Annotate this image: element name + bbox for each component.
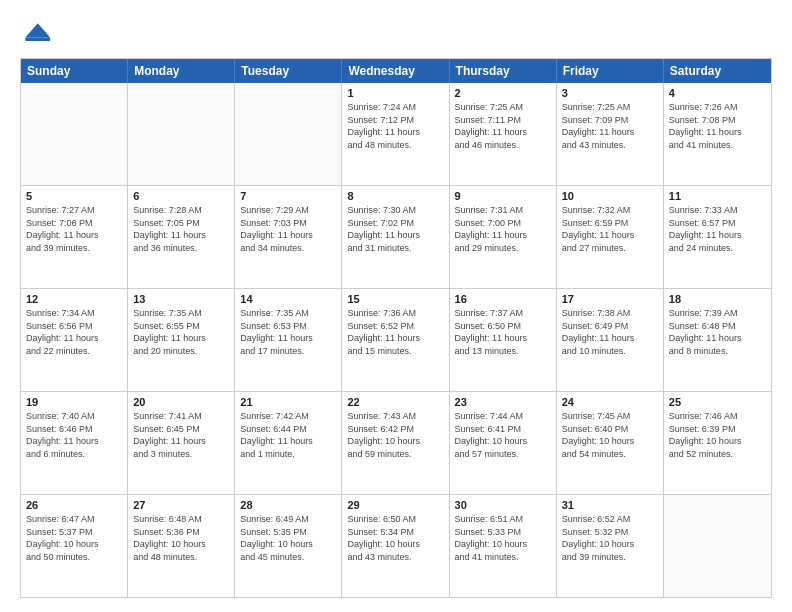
day-cell-16: 16Sunrise: 7:37 AM Sunset: 6:50 PM Dayli… [450, 289, 557, 391]
day-number: 3 [562, 87, 658, 99]
day-cell-13: 13Sunrise: 7:35 AM Sunset: 6:55 PM Dayli… [128, 289, 235, 391]
header-cell-friday: Friday [557, 59, 664, 83]
day-number: 29 [347, 499, 443, 511]
day-info: Sunrise: 7:25 AM Sunset: 7:09 PM Dayligh… [562, 101, 658, 151]
day-info: Sunrise: 7:32 AM Sunset: 6:59 PM Dayligh… [562, 204, 658, 254]
week-row-0: 1Sunrise: 7:24 AM Sunset: 7:12 PM Daylig… [21, 83, 771, 186]
week-row-3: 19Sunrise: 7:40 AM Sunset: 6:46 PM Dayli… [21, 392, 771, 495]
day-cell-6: 6Sunrise: 7:28 AM Sunset: 7:05 PM Daylig… [128, 186, 235, 288]
day-cell-9: 9Sunrise: 7:31 AM Sunset: 7:00 PM Daylig… [450, 186, 557, 288]
day-info: Sunrise: 7:24 AM Sunset: 7:12 PM Dayligh… [347, 101, 443, 151]
day-cell-18: 18Sunrise: 7:39 AM Sunset: 6:48 PM Dayli… [664, 289, 771, 391]
day-info: Sunrise: 7:29 AM Sunset: 7:03 PM Dayligh… [240, 204, 336, 254]
day-number: 4 [669, 87, 766, 99]
day-number: 15 [347, 293, 443, 305]
day-cell-7: 7Sunrise: 7:29 AM Sunset: 7:03 PM Daylig… [235, 186, 342, 288]
day-cell-29: 29Sunrise: 6:50 AM Sunset: 5:34 PM Dayli… [342, 495, 449, 597]
day-info: Sunrise: 7:39 AM Sunset: 6:48 PM Dayligh… [669, 307, 766, 357]
day-info: Sunrise: 7:34 AM Sunset: 6:56 PM Dayligh… [26, 307, 122, 357]
day-number: 22 [347, 396, 443, 408]
day-number: 2 [455, 87, 551, 99]
day-number: 21 [240, 396, 336, 408]
day-info: Sunrise: 7:45 AM Sunset: 6:40 PM Dayligh… [562, 410, 658, 460]
day-cell-20: 20Sunrise: 7:41 AM Sunset: 6:45 PM Dayli… [128, 392, 235, 494]
day-info: Sunrise: 6:50 AM Sunset: 5:34 PM Dayligh… [347, 513, 443, 563]
day-number: 5 [26, 190, 122, 202]
day-cell-12: 12Sunrise: 7:34 AM Sunset: 6:56 PM Dayli… [21, 289, 128, 391]
empty-cell [21, 83, 128, 185]
day-cell-8: 8Sunrise: 7:30 AM Sunset: 7:02 PM Daylig… [342, 186, 449, 288]
day-info: Sunrise: 7:25 AM Sunset: 7:11 PM Dayligh… [455, 101, 551, 151]
day-info: Sunrise: 7:43 AM Sunset: 6:42 PM Dayligh… [347, 410, 443, 460]
day-cell-10: 10Sunrise: 7:32 AM Sunset: 6:59 PM Dayli… [557, 186, 664, 288]
page: SundayMondayTuesdayWednesdayThursdayFrid… [0, 0, 792, 612]
empty-cell [664, 495, 771, 597]
day-number: 28 [240, 499, 336, 511]
day-info: Sunrise: 7:33 AM Sunset: 6:57 PM Dayligh… [669, 204, 766, 254]
day-info: Sunrise: 6:49 AM Sunset: 5:35 PM Dayligh… [240, 513, 336, 563]
header-cell-saturday: Saturday [664, 59, 771, 83]
week-row-4: 26Sunrise: 6:47 AM Sunset: 5:37 PM Dayli… [21, 495, 771, 597]
day-info: Sunrise: 7:30 AM Sunset: 7:02 PM Dayligh… [347, 204, 443, 254]
day-number: 16 [455, 293, 551, 305]
day-cell-3: 3Sunrise: 7:25 AM Sunset: 7:09 PM Daylig… [557, 83, 664, 185]
day-info: Sunrise: 7:35 AM Sunset: 6:55 PM Dayligh… [133, 307, 229, 357]
day-info: Sunrise: 7:28 AM Sunset: 7:05 PM Dayligh… [133, 204, 229, 254]
day-number: 1 [347, 87, 443, 99]
day-cell-4: 4Sunrise: 7:26 AM Sunset: 7:08 PM Daylig… [664, 83, 771, 185]
day-cell-27: 27Sunrise: 6:48 AM Sunset: 5:36 PM Dayli… [128, 495, 235, 597]
day-number: 11 [669, 190, 766, 202]
day-number: 26 [26, 499, 122, 511]
day-cell-17: 17Sunrise: 7:38 AM Sunset: 6:49 PM Dayli… [557, 289, 664, 391]
day-info: Sunrise: 7:42 AM Sunset: 6:44 PM Dayligh… [240, 410, 336, 460]
week-row-1: 5Sunrise: 7:27 AM Sunset: 7:06 PM Daylig… [21, 186, 771, 289]
day-info: Sunrise: 7:41 AM Sunset: 6:45 PM Dayligh… [133, 410, 229, 460]
header-cell-tuesday: Tuesday [235, 59, 342, 83]
day-number: 13 [133, 293, 229, 305]
day-number: 25 [669, 396, 766, 408]
day-cell-23: 23Sunrise: 7:44 AM Sunset: 6:41 PM Dayli… [450, 392, 557, 494]
header-cell-wednesday: Wednesday [342, 59, 449, 83]
day-number: 12 [26, 293, 122, 305]
day-number: 19 [26, 396, 122, 408]
day-number: 9 [455, 190, 551, 202]
day-number: 23 [455, 396, 551, 408]
header-cell-thursday: Thursday [450, 59, 557, 83]
logo [20, 18, 56, 50]
day-info: Sunrise: 7:36 AM Sunset: 6:52 PM Dayligh… [347, 307, 443, 357]
header-cell-sunday: Sunday [21, 59, 128, 83]
day-cell-30: 30Sunrise: 6:51 AM Sunset: 5:33 PM Dayli… [450, 495, 557, 597]
day-cell-1: 1Sunrise: 7:24 AM Sunset: 7:12 PM Daylig… [342, 83, 449, 185]
day-cell-24: 24Sunrise: 7:45 AM Sunset: 6:40 PM Dayli… [557, 392, 664, 494]
day-info: Sunrise: 7:31 AM Sunset: 7:00 PM Dayligh… [455, 204, 551, 254]
calendar: SundayMondayTuesdayWednesdayThursdayFrid… [20, 58, 772, 598]
day-info: Sunrise: 6:47 AM Sunset: 5:37 PM Dayligh… [26, 513, 122, 563]
header [20, 18, 772, 50]
day-info: Sunrise: 7:38 AM Sunset: 6:49 PM Dayligh… [562, 307, 658, 357]
day-cell-11: 11Sunrise: 7:33 AM Sunset: 6:57 PM Dayli… [664, 186, 771, 288]
day-cell-28: 28Sunrise: 6:49 AM Sunset: 5:35 PM Dayli… [235, 495, 342, 597]
day-cell-31: 31Sunrise: 6:52 AM Sunset: 5:32 PM Dayli… [557, 495, 664, 597]
day-number: 10 [562, 190, 658, 202]
day-info: Sunrise: 7:44 AM Sunset: 6:41 PM Dayligh… [455, 410, 551, 460]
day-info: Sunrise: 7:27 AM Sunset: 7:06 PM Dayligh… [26, 204, 122, 254]
day-cell-19: 19Sunrise: 7:40 AM Sunset: 6:46 PM Dayli… [21, 392, 128, 494]
svg-rect-1 [25, 38, 50, 42]
day-cell-5: 5Sunrise: 7:27 AM Sunset: 7:06 PM Daylig… [21, 186, 128, 288]
day-info: Sunrise: 6:48 AM Sunset: 5:36 PM Dayligh… [133, 513, 229, 563]
day-number: 17 [562, 293, 658, 305]
calendar-body: 1Sunrise: 7:24 AM Sunset: 7:12 PM Daylig… [21, 83, 771, 597]
day-info: Sunrise: 7:46 AM Sunset: 6:39 PM Dayligh… [669, 410, 766, 460]
day-cell-21: 21Sunrise: 7:42 AM Sunset: 6:44 PM Dayli… [235, 392, 342, 494]
day-number: 30 [455, 499, 551, 511]
day-number: 18 [669, 293, 766, 305]
calendar-header: SundayMondayTuesdayWednesdayThursdayFrid… [21, 59, 771, 83]
header-cell-monday: Monday [128, 59, 235, 83]
day-number: 24 [562, 396, 658, 408]
day-number: 8 [347, 190, 443, 202]
day-info: Sunrise: 7:40 AM Sunset: 6:46 PM Dayligh… [26, 410, 122, 460]
day-info: Sunrise: 6:51 AM Sunset: 5:33 PM Dayligh… [455, 513, 551, 563]
day-number: 7 [240, 190, 336, 202]
day-cell-25: 25Sunrise: 7:46 AM Sunset: 6:39 PM Dayli… [664, 392, 771, 494]
empty-cell [235, 83, 342, 185]
